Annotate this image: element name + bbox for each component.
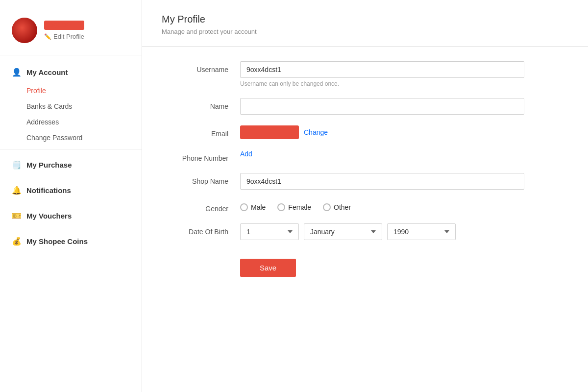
account-icon: 👤 (12, 67, 22, 77)
profile-form: Username Username can only be changed on… (142, 47, 588, 296)
gender-male-radio[interactable] (240, 203, 248, 211)
nav-sub-profile[interactable]: Profile (26, 83, 142, 98)
email-field: Change (240, 125, 524, 139)
phone-row: Phone Number Add (162, 150, 568, 162)
page-header: My Profile Manage and protect your accou… (142, 0, 588, 47)
username-label: Username (162, 61, 240, 74)
user-name: XXXXX (44, 21, 84, 30)
username-input[interactable] (240, 61, 524, 78)
purchase-icon: 🗒️ (12, 160, 22, 170)
email-value-row: Change (240, 125, 524, 139)
nav-shopee-coins[interactable]: 💰 My Shopee Coins (0, 230, 142, 252)
gender-other-label: Other (334, 203, 351, 211)
name-label: Name (162, 98, 240, 110)
nav-my-vouchers[interactable]: 🎫 My Vouchers (0, 205, 142, 226)
nav-shopee-coins-section: 💰 My Shopee Coins (0, 228, 142, 254)
vouchers-icon: 🎫 (12, 211, 22, 220)
dob-selects: 1 2 3 January February March 1990 1991 1… (240, 223, 524, 240)
nav-account-sub-items: Profile Banks & Cards Addresses Change P… (0, 83, 142, 146)
nav-my-purchase-label: My Purchase (26, 161, 72, 169)
dob-month-select[interactable]: January February March (304, 223, 382, 240)
nav-shopee-coins-label: My Shopee Coins (26, 237, 88, 245)
main-content: My Profile Manage and protect your accou… (142, 0, 588, 392)
shop-name-label: Shop Name (162, 173, 240, 185)
nav-my-purchase-section: 🗒️ My Purchase (0, 152, 142, 177)
gender-other-radio[interactable] (323, 203, 331, 211)
dob-label: Date Of Birth (162, 223, 240, 236)
pencil-icon: ✏️ (44, 33, 51, 40)
phone-label: Phone Number (162, 150, 240, 162)
phone-field: Add (240, 150, 524, 158)
gender-other-option[interactable]: Other (323, 203, 351, 211)
shop-name-input[interactable] (240, 173, 524, 190)
nav-sub-banks-cards[interactable]: Banks & Cards (26, 98, 142, 114)
nav-notifications-label: Notifications (26, 186, 71, 195)
gender-male-option[interactable]: Male (240, 203, 266, 211)
phone-add-link[interactable]: Add (240, 150, 252, 158)
page-title: My Profile (162, 14, 568, 25)
nav-my-vouchers-section: 🎫 My Vouchers (0, 203, 142, 228)
gender-field: Male Female Other (240, 200, 524, 211)
avatar (12, 18, 37, 43)
sidebar: XXXXX ✏️ Edit Profile 👤 My Account Profi… (0, 0, 142, 392)
nav-notifications[interactable]: 🔔 Notifications (0, 179, 142, 201)
edit-profile-label: Edit Profile (53, 33, 84, 40)
dob-row: Date Of Birth 1 2 3 January February Mar… (162, 223, 568, 240)
username-field: Username can only be changed once. (240, 61, 524, 87)
name-row: Name (162, 98, 568, 115)
shop-name-row: Shop Name (162, 173, 568, 190)
nav-my-account-section: 👤 My Account Profile Banks & Cards Addre… (0, 59, 142, 147)
nav-sub-addresses[interactable]: Addresses (26, 114, 142, 130)
email-label: Email (162, 125, 240, 138)
nav-my-purchase[interactable]: 🗒️ My Purchase (0, 154, 142, 175)
email-redacted (240, 125, 299, 139)
name-field (240, 98, 524, 115)
nav-sub-change-password[interactable]: Change Password (26, 130, 142, 146)
gender-label: Gender (162, 200, 240, 213)
shop-name-field (240, 173, 524, 190)
nav-notifications-section: 🔔 Notifications (0, 177, 142, 203)
user-info: XXXXX ✏️ Edit Profile (44, 21, 84, 40)
nav-my-account-label: My Account (26, 68, 68, 76)
gender-female-option[interactable]: Female (277, 203, 311, 211)
gender-female-label: Female (288, 203, 311, 211)
gender-row: Gender Male Female Other (162, 200, 568, 213)
email-row: Email Change (162, 125, 568, 139)
edit-profile-link[interactable]: ✏️ Edit Profile (44, 33, 84, 40)
page-subtitle: Manage and protect your account (162, 28, 568, 35)
save-btn-row: Save (162, 251, 568, 277)
email-change-link[interactable]: Change (304, 128, 328, 136)
nav-my-vouchers-label: My Vouchers (26, 212, 72, 220)
name-input[interactable] (240, 98, 524, 115)
save-button[interactable]: Save (240, 259, 296, 277)
username-hint: Username can only be changed once. (240, 80, 524, 87)
nav-my-account[interactable]: 👤 My Account (0, 61, 142, 83)
dob-field: 1 2 3 January February March 1990 1991 1… (240, 223, 524, 240)
gender-male-label: Male (251, 203, 266, 211)
gender-options: Male Female Other (240, 200, 524, 211)
coins-icon: 💰 (12, 236, 22, 246)
sidebar-user-section: XXXXX ✏️ Edit Profile (0, 10, 142, 55)
username-row: Username Username can only be changed on… (162, 61, 568, 87)
gender-female-radio[interactable] (277, 203, 285, 211)
dob-day-select[interactable]: 1 2 3 (240, 223, 299, 240)
notifications-icon: 🔔 (12, 185, 22, 195)
dob-year-select[interactable]: 1990 1991 1989 (387, 223, 456, 240)
